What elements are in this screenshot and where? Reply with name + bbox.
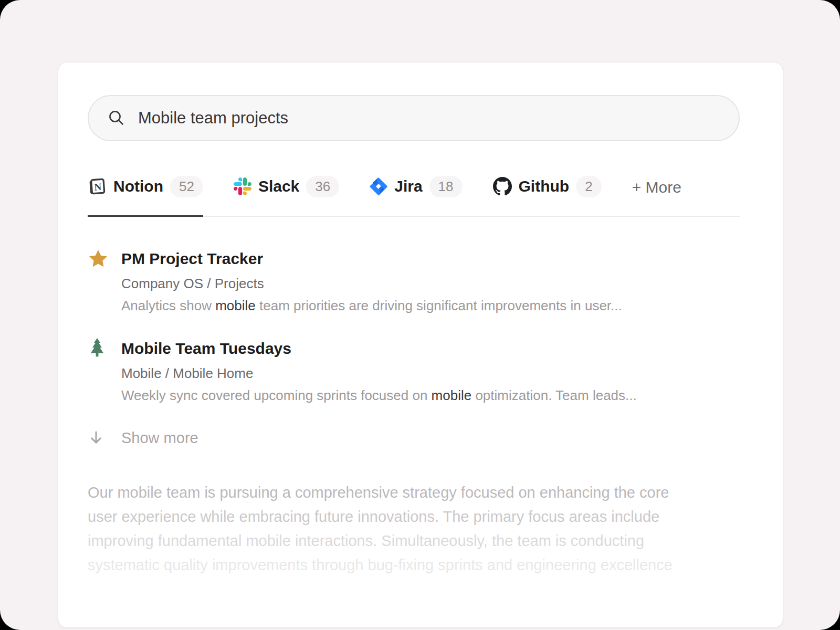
tab-github-count-badge: 2 <box>576 176 601 197</box>
snippet-text: optimization. Team leads... <box>471 387 637 403</box>
search-bar[interactable] <box>88 95 740 141</box>
result-content: PM Project Tracker Company OS / Projects… <box>121 248 740 314</box>
tab-github-label: Github <box>519 177 570 195</box>
answer-line: improving fundamental mobile interaction… <box>88 529 740 553</box>
tab-notion-label: Notion <box>113 177 163 195</box>
answer-line: systematic quality improvements through … <box>88 553 740 577</box>
github-icon <box>493 177 512 196</box>
svg-text:N: N <box>94 181 102 193</box>
show-more-label: Show more <box>121 429 740 447</box>
tab-jira-label: Jira <box>394 177 422 195</box>
answer-line: Our mobile team is pursuing a comprehens… <box>88 480 740 505</box>
jira-icon <box>370 177 387 195</box>
result-snippet: Weekly sync covered upcoming sprints foc… <box>121 387 740 404</box>
result-mobile-team-tuesdays[interactable]: Mobile Team Tuesdays Mobile / Mobile Hom… <box>88 338 740 404</box>
tab-jira-count-badge: 18 <box>429 176 463 197</box>
slack-icon <box>234 177 251 195</box>
tab-slack[interactable]: Slack 36 <box>234 176 339 217</box>
ai-answer-preview: Our mobile team is pursuing a comprehens… <box>88 480 740 577</box>
tab-github[interactable]: Github 2 <box>493 176 602 217</box>
result-title[interactable]: Mobile Team Tuesdays <box>121 338 740 359</box>
result-content: Mobile Team Tuesdays Mobile / Mobile Hom… <box>121 338 740 404</box>
snippet-text: Weekly sync covered upcoming sprints foc… <box>121 387 432 403</box>
search-input[interactable] <box>138 109 721 128</box>
tab-jira[interactable]: Jira 18 <box>370 176 462 217</box>
search-icon <box>107 108 127 128</box>
arrow-down-icon <box>88 429 121 448</box>
show-more-button[interactable]: Show more <box>88 429 740 448</box>
tab-more[interactable]: + More <box>632 178 681 214</box>
tree-icon <box>88 338 121 362</box>
result-pm-project-tracker[interactable]: PM Project Tracker Company OS / Projects… <box>88 248 740 314</box>
results-list: PM Project Tracker Company OS / Projects… <box>88 248 740 404</box>
snippet-highlight: mobile <box>432 387 472 403</box>
result-breadcrumb: Company OS / Projects <box>121 276 740 292</box>
tab-notion[interactable]: N Notion 52 <box>88 176 203 217</box>
search-results-card: N Notion 52 <box>58 62 783 628</box>
page-background: N Notion 52 <box>0 0 840 630</box>
tab-slack-label: Slack <box>258 177 299 195</box>
result-title[interactable]: PM Project Tracker <box>121 248 740 269</box>
source-tabs: N Notion 52 <box>88 176 740 217</box>
star-icon <box>88 248 121 271</box>
snippet-text: team priorities are driving significant … <box>256 298 622 313</box>
tab-slack-count-badge: 36 <box>306 176 339 197</box>
result-breadcrumb: Mobile / Mobile Home <box>121 365 740 382</box>
snippet-highlight: mobile <box>215 298 256 313</box>
answer-line: user experience while embracing future i… <box>88 505 740 529</box>
snippet-text: Analytics show <box>121 298 215 313</box>
notion-icon: N <box>88 177 107 196</box>
tab-notion-count-badge: 52 <box>170 176 203 197</box>
result-snippet: Analytics show mobile team priorities ar… <box>121 298 740 314</box>
